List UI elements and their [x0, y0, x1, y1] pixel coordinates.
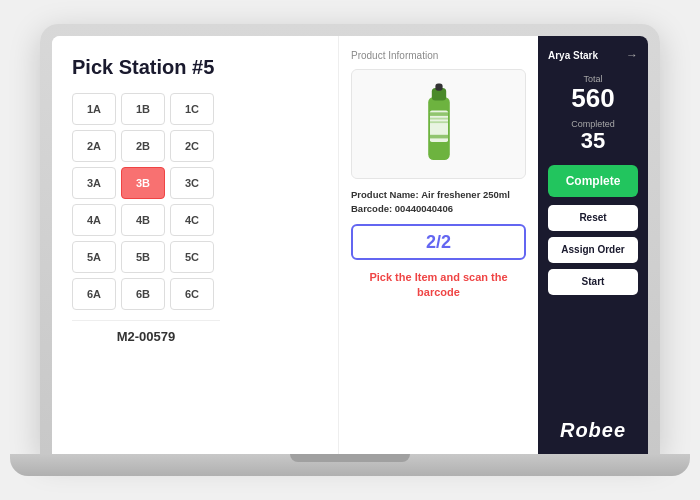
left-panel: Pick Station #5 1A1B1C2A2B2C3A3B3C4A4B4C… — [52, 36, 338, 454]
svg-rect-7 — [435, 84, 442, 91]
quantity-display: 2/2 — [351, 224, 526, 260]
grid-cell-3b[interactable]: 3B — [121, 167, 165, 199]
grid-cell-1c[interactable]: 1C — [170, 93, 214, 125]
grid-cell-4a[interactable]: 4A — [72, 204, 116, 236]
start-button[interactable]: Start — [548, 269, 638, 295]
laptop-screen-frame: Pick Station #5 1A1B1C2A2B2C3A3B3C4A4B4C… — [40, 24, 660, 454]
product-image — [351, 69, 526, 179]
grid-cell-2b[interactable]: 2B — [121, 130, 165, 162]
grid-cell-3c[interactable]: 3C — [170, 167, 214, 199]
grid-cell-5b[interactable]: 5B — [121, 241, 165, 273]
grid-cell-1b[interactable]: 1B — [121, 93, 165, 125]
logo-text: Robee — [560, 419, 626, 441]
total-value: 560 — [548, 84, 638, 113]
assign-order-button[interactable]: Assign Order — [548, 237, 638, 263]
logo-area: Robee — [548, 411, 638, 442]
grid-cell-6a[interactable]: 6A — [72, 278, 116, 310]
grid-cell-5c[interactable]: 5C — [170, 241, 214, 273]
logout-icon[interactable]: → — [626, 48, 638, 62]
order-id: M2-00579 — [72, 320, 220, 344]
svg-rect-6 — [430, 135, 448, 139]
completed-value: 35 — [548, 129, 638, 153]
reset-button[interactable]: Reset — [548, 205, 638, 231]
svg-rect-4 — [430, 118, 448, 120]
screen-content-area: Pick Station #5 1A1B1C2A2B2C3A3B3C4A4B4C… — [52, 36, 648, 454]
grid-cell-3a[interactable]: 3A — [72, 167, 116, 199]
grid-cell-4c[interactable]: 4C — [170, 204, 214, 236]
barcode-value: 00440040406 — [395, 203, 453, 214]
barcode-row: Barcode: 00440040406 — [351, 203, 526, 214]
laptop-base — [10, 454, 690, 476]
product-name-label: Product Name: — [351, 189, 419, 200]
barcode-label: Barcode: — [351, 203, 392, 214]
grid-cell-2a[interactable]: 2A — [72, 130, 116, 162]
svg-rect-3 — [430, 112, 448, 116]
grid-cell-4b[interactable]: 4B — [121, 204, 165, 236]
middle-panel: Product Information — [338, 36, 538, 454]
grid-cell-6b[interactable]: 6B — [121, 278, 165, 310]
grid-cell-5a[interactable]: 5A — [72, 241, 116, 273]
right-panel: Arya Stark → Total 560 Completed 35 Comp… — [538, 36, 648, 454]
complete-button[interactable]: Complete — [548, 165, 638, 197]
product-info-label: Product Information — [351, 50, 526, 61]
grid-cell-2c[interactable]: 2C — [170, 130, 214, 162]
grid-cell-1a[interactable]: 1A — [72, 93, 116, 125]
bin-grid: 1A1B1C2A2B2C3A3B3C4A4B4C5A5B5C6A6B6C — [72, 93, 322, 310]
product-name-value: Air freshener 250ml — [421, 189, 510, 200]
user-name: Arya Stark — [548, 50, 598, 61]
product-name-row: Product Name: Air freshener 250ml — [351, 189, 526, 200]
grid-cell-6c[interactable]: 6C — [170, 278, 214, 310]
station-title: Pick Station #5 — [72, 56, 322, 79]
user-row: Arya Stark → — [548, 48, 638, 62]
pick-instruction: Pick the Item and scan the barcode — [351, 270, 526, 301]
svg-rect-5 — [430, 121, 448, 123]
